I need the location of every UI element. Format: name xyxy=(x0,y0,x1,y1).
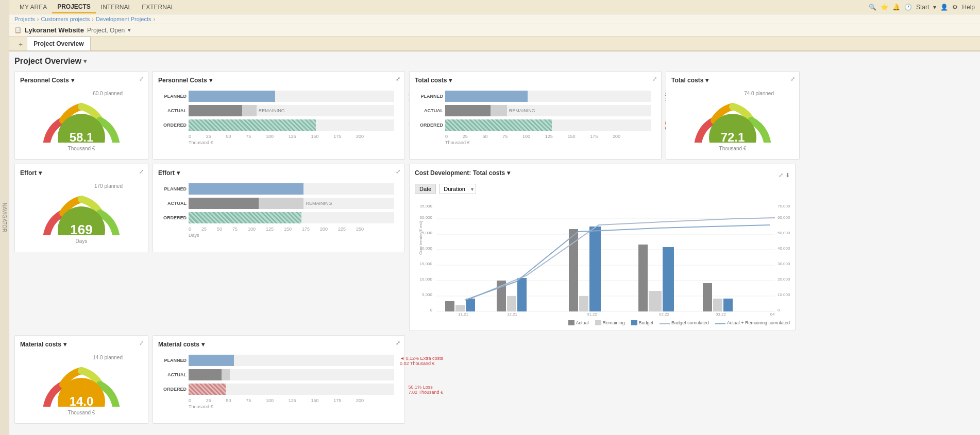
settings-icon[interactable]: ⚙ xyxy=(952,4,958,11)
help-link[interactable]: Help xyxy=(962,4,975,11)
chevron-icon: ▾ xyxy=(63,341,66,348)
svg-text:35,000: 35,000 xyxy=(420,204,433,208)
svg-text:02.22: 02.22 xyxy=(659,312,670,317)
svg-text:30,000€: 30,000€ xyxy=(778,262,790,266)
svg-text:169: 169 xyxy=(70,222,92,235)
nav-internal[interactable]: INTERNAL xyxy=(96,2,137,13)
clock-icon[interactable]: 🕐 xyxy=(904,4,912,11)
svg-text:20,000€: 20,000€ xyxy=(778,277,790,282)
expand-icon[interactable]: ⤢ xyxy=(790,76,795,82)
ordered-track: 134% Profit 77.9 Thousand € xyxy=(189,119,394,131)
tab-bar: + Project Overview xyxy=(9,37,980,51)
svg-rect-46 xyxy=(703,283,712,311)
total-costs-gauge-title[interactable]: Total costs ▾ xyxy=(671,77,794,84)
expand-icon[interactable]: ⤢ xyxy=(139,340,144,346)
duration-select[interactable]: Duration xyxy=(439,184,476,194)
breadcrumb-projects[interactable]: Projects xyxy=(14,16,35,22)
breadcrumb-customers[interactable]: Customers projects xyxy=(41,16,90,22)
bar-row-ordered: ORDERED 50.1% Loss 7.02 Thousand € xyxy=(158,384,394,395)
material-costs-bar-title[interactable]: Material costs ▾ xyxy=(158,341,399,348)
start-button[interactable]: Start xyxy=(916,4,929,11)
legend-budget-cum: Budget cumulated xyxy=(660,320,709,325)
material-costs-gauge-card: Material costs ▾ ⤢ 14.0 planned 14.0 xyxy=(14,335,148,424)
breadcrumb: Projects › Customers projects › Developm… xyxy=(9,14,980,24)
gauge-label: Thousand € xyxy=(68,146,95,151)
legend-actual-color xyxy=(568,320,575,325)
gauge-container: 14.0 planned 14.0 0.12% xyxy=(20,352,143,418)
svg-text:30,000: 30,000 xyxy=(420,215,433,220)
total-costs-bar-title[interactable]: Total costs ▾ xyxy=(415,77,656,84)
bar-row-actual: ACTUAL REMAINING xyxy=(158,105,394,116)
bar-row-planned: PLANNED 3.18% Saved 1.91 Thousand € xyxy=(158,91,394,102)
expand-icon[interactable]: ⤢ xyxy=(779,172,783,179)
expand-icon[interactable]: ⤢ xyxy=(396,340,400,346)
main-content: Project Overview ▾ Personnel Costs ▾ ⤢ 6… xyxy=(9,51,980,429)
legend-actual-cum-line xyxy=(715,323,725,324)
expand-icon[interactable]: ⤢ xyxy=(396,168,400,175)
page-title[interactable]: Project Overview ▾ xyxy=(14,57,975,66)
bar-row-actual: ACTUAL REMAINING xyxy=(158,198,394,209)
chevron-icon: ▾ xyxy=(209,77,212,84)
svg-rect-44 xyxy=(649,291,662,311)
bar-row-ordered: ORDERED 88.5% Profit 63.9 Thousand € xyxy=(415,119,651,131)
bell-icon[interactable]: 🔔 xyxy=(892,4,900,11)
svg-rect-48 xyxy=(723,299,733,311)
nav-my-area[interactable]: MY AREA xyxy=(14,2,52,13)
axis-unit: Thousand € xyxy=(158,140,394,145)
dashboard-row-3: Material costs ▾ ⤢ 14.0 planned 14.0 xyxy=(14,335,975,424)
svg-text:01.22: 01.22 xyxy=(587,312,598,317)
nav-projects[interactable]: PROJECTS xyxy=(52,1,96,13)
star-icon[interactable]: ⭐ xyxy=(881,4,888,11)
expand-icon[interactable]: ⤢ xyxy=(396,76,400,82)
user-avatar[interactable]: 👤 xyxy=(940,4,948,11)
ordered-fill xyxy=(189,119,316,131)
expand-icon[interactable]: ⤢ xyxy=(139,168,144,175)
project-status: Project, Open xyxy=(87,27,125,34)
cost-dev-header: Cost Development: Total costs ▾ ⤢ ⬇ xyxy=(415,169,790,181)
gauge-container: 74.0 planned 72.1 -2.56% xyxy=(671,88,794,154)
bar-row-ordered: ORDERED 0.52% Profit 0.88 Days xyxy=(158,212,394,223)
total-costs-gauge-card: Total costs ▾ ⤢ 74.0 planned 72.1 xyxy=(666,71,800,160)
project-icon: 📋 xyxy=(14,27,22,33)
svg-rect-41 xyxy=(579,296,588,311)
expand-icon[interactable]: ⤢ xyxy=(652,76,657,82)
gauge-wrap: 169 -0.51% xyxy=(40,189,123,235)
gauge-svg: 14.0 0.12% xyxy=(40,360,123,407)
effort-bar-title[interactable]: Effort ▾ xyxy=(158,169,399,177)
remaining-label: REMAINING xyxy=(259,108,285,113)
chevron-icon: ▾ xyxy=(201,341,205,348)
planned-fill xyxy=(189,91,275,102)
start-chevron[interactable]: ▾ xyxy=(933,4,936,11)
bar-chart-area: PLANNED ◄ 0.12% Extra costs 0.02 Thousan… xyxy=(158,352,399,412)
svg-rect-39 xyxy=(517,278,527,311)
chevron-icon: ▾ xyxy=(71,77,74,84)
nav-external[interactable]: EXTERNAL xyxy=(137,2,179,13)
breadcrumb-development[interactable]: Development Projects xyxy=(96,16,151,22)
effort-gauge-title[interactable]: Effort ▾ xyxy=(20,169,143,177)
personnel-costs-bar-title[interactable]: Personnel Costs ▾ xyxy=(158,77,399,84)
personnel-costs-gauge-title[interactable]: Personnel Costs ▾ xyxy=(20,77,143,84)
search-icon[interactable]: 🔍 xyxy=(869,4,876,11)
legend-budget-cum-line xyxy=(660,323,670,324)
gauge-wrap: 58.1 -3.18% xyxy=(40,96,123,143)
svg-rect-36 xyxy=(466,299,475,311)
date-button[interactable]: Date xyxy=(415,184,436,194)
expand-icon[interactable]: ⤢ xyxy=(139,76,144,82)
legend-remaining: Remaining xyxy=(595,320,625,325)
cost-dev-controls: Date Duration xyxy=(415,184,790,194)
svg-text:14.0: 14.0 xyxy=(70,394,94,407)
svg-rect-37 xyxy=(497,281,506,311)
project-chevron[interactable]: ▾ xyxy=(128,27,130,33)
effort-bar-card: Effort ▾ ⤢ PLANNED 0.51% Saved 0.88 Days xyxy=(153,164,405,252)
gauge-svg: 58.1 -3.18% xyxy=(40,96,123,143)
svg-text:58.1: 58.1 xyxy=(70,130,94,143)
material-costs-gauge-title[interactable]: Material costs ▾ xyxy=(20,341,143,348)
project-name[interactable]: Lykoranet Website xyxy=(25,26,84,34)
tab-project-overview[interactable]: Project Overview xyxy=(27,37,90,50)
add-tab-button[interactable]: + xyxy=(14,38,27,50)
download-icon[interactable]: ⬇ xyxy=(785,172,790,179)
personnel-costs-bar-card: Personnel Costs ▾ ⤢ PLANNED 3.18% Saved … xyxy=(153,71,405,160)
svg-text:70,000€: 70,000€ xyxy=(778,204,790,208)
bar-chart-area: PLANNED 3.18% Saved 1.91 Thousand € ACTU… xyxy=(158,88,399,148)
cost-dev-title[interactable]: Cost Development: Total costs ▾ xyxy=(415,169,510,177)
